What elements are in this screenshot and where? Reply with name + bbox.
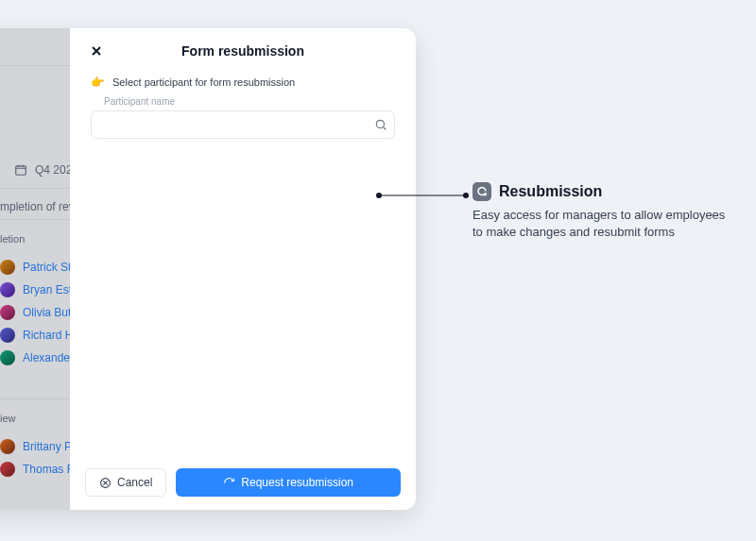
- modal-body: 👉 Select participant for form resubmissi…: [70, 70, 416, 457]
- app-window: Q4 2020 mpletion of review form letion n…: [0, 28, 416, 510]
- modal-footer: Cancel Request resubmission: [70, 457, 416, 510]
- resubmission-modal: Form resubmission 👉 Select participant f…: [70, 28, 416, 510]
- svg-point-5: [463, 193, 469, 198]
- participant-input-wrap: [91, 110, 395, 139]
- close-icon: [89, 43, 104, 59]
- search-icon: [374, 118, 387, 131]
- callout-title: Resubmission: [499, 183, 602, 200]
- resubmission-feature-icon: [472, 182, 491, 201]
- svg-point-1: [376, 120, 384, 127]
- request-resubmission-label: Request resubmission: [241, 476, 353, 489]
- callout-body: Easy access for managers to allow employ…: [472, 207, 728, 241]
- modal-hint: 👉 Select participant for form resubmissi…: [91, 76, 395, 89]
- callout-head: Resubmission: [472, 182, 728, 201]
- request-resubmission-button[interactable]: Request resubmission: [176, 468, 401, 497]
- participant-field-label: Participant name: [104, 96, 395, 107]
- pointing-hand-icon: 👉: [91, 76, 105, 89]
- cancel-icon: [99, 477, 112, 489]
- modal-header: Form resubmission: [70, 28, 416, 70]
- marketing-callout: Resubmission Easy access for managers to…: [472, 182, 728, 241]
- cancel-button[interactable]: Cancel: [85, 468, 166, 497]
- refresh-icon: [223, 477, 235, 489]
- cancel-button-label: Cancel: [117, 476, 152, 489]
- modal-hint-text: Select participant for form resubmission: [112, 76, 295, 88]
- close-button[interactable]: [87, 42, 106, 60]
- participant-search-input[interactable]: [91, 110, 395, 139]
- modal-title: Form resubmission: [106, 43, 380, 59]
